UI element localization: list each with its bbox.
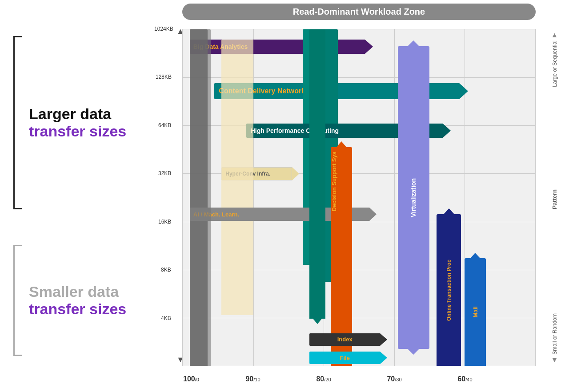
virtualization-label: Virtualization [410,178,417,217]
virtualization-bar: Virtualization [398,46,429,349]
mail-bar: Mail [465,258,486,366]
x-label-80: 80/20 [310,375,337,383]
right-axis-arrow-bottom: ▼ [551,356,558,364]
y-label-128: 128KB [156,74,172,80]
index-bar: Index [309,333,387,346]
right-axis-arrow-top: ▲ [551,31,558,39]
teal-main-vertical [309,29,325,319]
file-label: File [340,355,349,361]
index-label: Index [337,336,353,343]
y-label-1024: 1024KB [154,26,173,32]
mail-label: Mail [472,306,479,317]
left-labels: Larger data transfer sizes Smaller data … [0,0,142,392]
grid: Big Data Analytics Content Delivery Netw… [182,29,536,366]
file-bar: File [309,352,387,364]
right-axis-container: ▲ Large or Sequential Pattern Small or R… [540,29,569,366]
smaller-data-section: Smaller data transfer sizes [13,245,138,356]
gray-vertical-main [190,29,211,366]
smaller-data-label1: Smaller data [29,283,126,300]
y-label-16: 16KB [158,219,171,225]
right-axis-label-top: Large or Sequential [552,40,558,87]
y-label-32: 32KB [158,170,171,176]
x-label-70: 70/30 [381,375,408,383]
larger-data-label2: transfer sizes [29,123,126,140]
otp-bar: Online Transaction Proc [437,214,461,366]
otp-label: Online Transaction Proc [446,260,452,321]
y-label-8: 8KB [161,267,171,273]
larger-data-label1: Larger data [29,105,126,123]
smaller-data-label2: transfer sizes [29,300,126,318]
decision-support-label: Decision Support Sys [331,152,337,211]
y-label-4: 4KB [161,315,171,321]
hpc-label: High Performance Computing [251,127,339,134]
zone-label: Read-Dominant Workload Zone [182,4,536,20]
x-label-90: 90/10 [240,375,266,383]
x-label-100: 100/0 [178,375,204,383]
main-container: Larger data transfer sizes Smaller data … [0,0,569,392]
right-axis-label-bottom: Small or Random [552,313,558,355]
larger-data-section: Larger data transfer sizes [13,36,138,209]
chart-area: Read-Dominant Workload Zone ▲ ▼ Bi [142,0,569,392]
y-label-64: 64KB [158,122,171,128]
big-data-analytics-bar: Big Data Analytics [190,40,373,54]
right-axis-label-middle: Pattern [551,189,558,209]
x-label-60: 60/40 [452,375,478,383]
hyperconv-vertical [221,40,253,316]
